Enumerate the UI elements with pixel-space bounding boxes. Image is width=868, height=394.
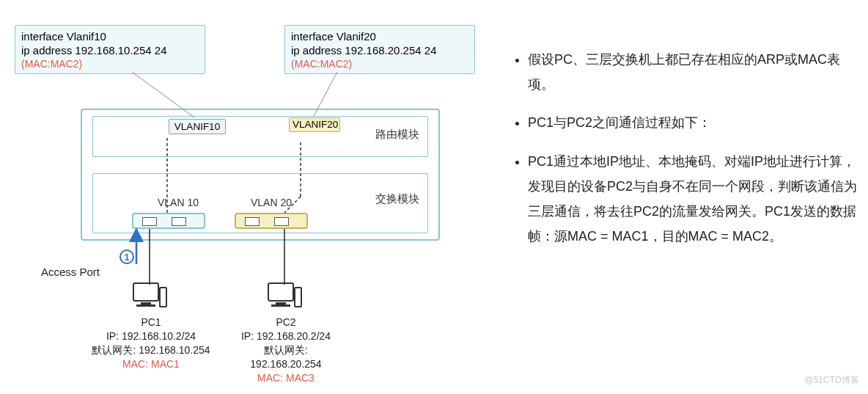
cfg-line: interface Vlanif20 (291, 30, 467, 44)
bullet-item: PC1与PC2之间通信过程如下： (528, 110, 858, 135)
vlanif20-badge: VLANIF20 (289, 117, 340, 132)
port-slot (245, 217, 260, 226)
svg-rect-13 (276, 302, 286, 304)
step-1-badge: 1 (119, 249, 134, 264)
pc-mac: MAC: MAC3 (220, 371, 352, 385)
vlan20-ports (235, 213, 308, 229)
network-diagram: interface Vlanif10 ip address 192.168.10… (0, 0, 484, 394)
pc-gw: 192.168.20.254 (220, 357, 352, 371)
svg-rect-9 (141, 302, 151, 304)
pc-ip: IP: 192.168.20.2/24 (220, 329, 352, 343)
vlan20-label: VLAN 20 (251, 197, 292, 208)
pc-mac: MAC: MAC1 (85, 357, 217, 371)
pc2-info: PC2 IP: 192.168.20.2/24 默认网关: 192.168.20… (220, 315, 352, 384)
explanation-list: 假设PC、三层交换机上都已存在相应的ARP或MAC表项。 PC1与PC2之间通信… (499, 47, 858, 262)
pc2-icon (267, 282, 304, 314)
svg-rect-14 (271, 304, 290, 307)
port-slot (172, 217, 186, 226)
routing-module-label: 路由模块 (375, 128, 419, 142)
config-vlanif10: interface Vlanif10 ip address 192.168.10… (15, 25, 205, 74)
svg-rect-11 (160, 288, 166, 307)
pc-name: PC1 (85, 315, 217, 329)
switching-module-label: 交换模块 (375, 192, 419, 206)
cfg-line: ip address 192.168.10.254 24 (21, 44, 197, 58)
pc-gw: 默认网关: 192.168.10.254 (85, 343, 217, 357)
watermark: @51CTO博客 (804, 374, 859, 387)
port-slot (142, 217, 157, 226)
access-port-label: Access Port (41, 266, 100, 278)
pc1-icon (132, 282, 169, 314)
cfg-line: ip address 192.168.20.254 24 (291, 44, 467, 58)
svg-rect-15 (295, 288, 301, 307)
vlanif10-badge: VLANIF10 (169, 119, 226, 134)
svg-rect-12 (268, 283, 293, 301)
cfg-mac: (MAC:MAC2) (21, 58, 197, 71)
port-slot (274, 217, 289, 226)
bullet-item: PC1通过本地IP地址、本地掩码、对端IP地址进行计算，发现目的设备PC2与自身… (528, 149, 858, 249)
svg-rect-8 (133, 283, 158, 301)
pc-ip: IP: 192.168.10.2/24 (85, 329, 217, 343)
svg-rect-10 (136, 304, 155, 307)
vlan10-ports (132, 213, 205, 229)
pc-gw: 默认网关: (220, 343, 352, 357)
cfg-line: interface Vlanif10 (21, 30, 197, 44)
cfg-mac: (MAC:MAC2) (291, 58, 467, 71)
config-vlanif20: interface Vlanif20 ip address 192.168.20… (284, 25, 475, 74)
pc1-info: PC1 IP: 192.168.10.2/24 默认网关: 192.168.10… (85, 315, 217, 371)
bullet-item: 假设PC、三层交换机上都已存在相应的ARP或MAC表项。 (528, 47, 858, 97)
vlan10-label: VLAN 10 (158, 197, 199, 208)
pc-name: PC2 (220, 315, 352, 329)
